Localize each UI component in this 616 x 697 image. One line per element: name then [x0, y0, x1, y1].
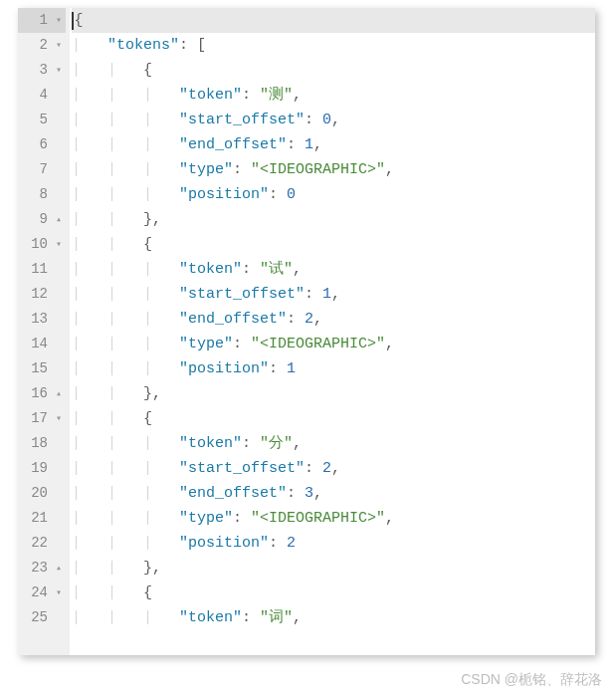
fold-toggle-icon[interactable]: ▾ [52, 33, 66, 58]
line-number: 3 [26, 58, 48, 83]
gutter-line[interactable]: 1▾ [18, 8, 66, 33]
code-line[interactable]: | | | "end_offset": 1, [72, 132, 595, 157]
json-key: "position" [179, 182, 269, 207]
indent-guide: | [72, 157, 107, 182]
json-punct: : [287, 481, 305, 506]
gutter-line[interactable]: 21 [18, 506, 66, 531]
fold-toggle-icon[interactable]: ▴ [52, 381, 66, 406]
json-punct: : [242, 83, 260, 108]
code-line[interactable]: | | | "end_offset": 2, [72, 307, 595, 332]
gutter-line[interactable]: 3▾ [18, 58, 66, 83]
gutter-line[interactable]: 7 [18, 157, 66, 182]
text-cursor [72, 12, 74, 30]
json-string: "<IDEOGRAPHIC>" [251, 157, 385, 182]
fold-toggle-icon[interactable]: ▾ [52, 406, 66, 431]
code-line[interactable]: | | | "end_offset": 3, [72, 481, 595, 506]
gutter-line[interactable]: 14 [18, 332, 66, 356]
line-number: 19 [26, 456, 48, 481]
code-line[interactable]: | | | "type": "<IDEOGRAPHIC>", [72, 506, 595, 531]
code-line[interactable]: | | | "token": "分", [72, 431, 595, 456]
json-number: 0 [287, 182, 296, 207]
json-key: "token" [179, 605, 242, 630]
json-punct: : [287, 307, 305, 332]
gutter-line[interactable]: 18 [18, 431, 66, 456]
code-line[interactable]: | | | "position": 1 [72, 356, 595, 381]
gutter-line[interactable]: 23▴ [18, 556, 66, 581]
gutter-line[interactable]: 15 [18, 356, 66, 381]
code-line[interactable]: | | | "type": "<IDEOGRAPHIC>", [72, 332, 595, 356]
gutter-line[interactable]: 25 [18, 605, 66, 630]
json-punct: , [331, 108, 340, 132]
gutter-line[interactable]: 11 [18, 257, 66, 282]
code-line[interactable]: | | | "type": "<IDEOGRAPHIC>", [72, 157, 595, 182]
indent-guide: | [72, 83, 107, 108]
code-line[interactable]: | | | "position": 2 [72, 531, 595, 556]
code-line[interactable]: | | }, [72, 556, 595, 581]
gutter-line[interactable]: 10▾ [18, 232, 66, 257]
json-number: 3 [305, 481, 313, 506]
code-line[interactable]: | | | "token": "词", [72, 605, 595, 630]
json-key: "end_offset" [179, 481, 287, 506]
code-line[interactable]: | "tokens": [ [72, 33, 595, 58]
line-number: 5 [26, 108, 48, 132]
json-key: "end_offset" [179, 307, 287, 332]
gutter-line[interactable]: 13 [18, 307, 66, 332]
json-string: "试" [260, 257, 293, 282]
gutter-line[interactable]: 16▴ [18, 381, 66, 406]
code-line[interactable]: { [72, 8, 595, 33]
code-line[interactable]: | | | "start_offset": 2, [72, 456, 595, 481]
code-line[interactable]: | | | "token": "测", [72, 83, 595, 108]
code-line[interactable]: | | { [72, 581, 595, 605]
gutter-line[interactable]: 22 [18, 531, 66, 556]
indent-guide: | [107, 481, 143, 506]
line-number: 21 [26, 506, 48, 531]
gutter-line[interactable]: 4 [18, 83, 66, 108]
gutter-line[interactable]: 6 [18, 132, 66, 157]
json-punct: , [293, 83, 302, 108]
indent-guide: | [143, 83, 179, 108]
code-editor[interactable]: 1▾2▾3▾456789▴10▾111213141516▴17▾18192021… [18, 8, 595, 655]
json-string: "测" [260, 83, 293, 108]
json-punct: { [143, 232, 152, 257]
line-number: 6 [26, 132, 48, 157]
code-line[interactable]: | | | "start_offset": 0, [72, 108, 595, 132]
code-area[interactable]: {| "tokens": [| | {| | | "token": "测",| … [70, 8, 595, 655]
gutter-line[interactable]: 9▴ [18, 207, 66, 232]
code-line[interactable]: | | { [72, 232, 595, 257]
line-number: 17 [26, 406, 48, 431]
gutter-line[interactable]: 19 [18, 456, 66, 481]
code-line[interactable]: | | }, [72, 381, 595, 406]
json-punct: : [233, 332, 251, 356]
fold-toggle-icon[interactable]: ▾ [52, 581, 66, 605]
gutter-line[interactable]: 2▾ [18, 33, 66, 58]
gutter-line[interactable]: 17▾ [18, 406, 66, 431]
line-gutter[interactable]: 1▾2▾3▾456789▴10▾111213141516▴17▾18192021… [18, 8, 70, 655]
gutter-line[interactable]: 12 [18, 282, 66, 307]
indent-guide: | [72, 108, 107, 132]
fold-toggle-icon[interactable]: ▾ [52, 232, 66, 257]
gutter-line[interactable]: 8 [18, 182, 66, 207]
fold-toggle-icon[interactable]: ▴ [52, 207, 66, 232]
indent-guide: | [143, 108, 179, 132]
indent-guide: | [107, 132, 143, 157]
gutter-line[interactable]: 5 [18, 108, 66, 132]
code-line[interactable]: | | { [72, 58, 595, 83]
json-punct: : [242, 605, 260, 630]
gutter-line[interactable]: 20 [18, 481, 66, 506]
gutter-line[interactable]: 24▾ [18, 581, 66, 605]
code-line[interactable]: | | | "position": 0 [72, 182, 595, 207]
indent-guide: | [72, 531, 107, 556]
code-line[interactable]: | | }, [72, 207, 595, 232]
fold-toggle-icon[interactable]: ▾ [52, 58, 66, 83]
code-line[interactable]: | | | "token": "试", [72, 257, 595, 282]
indent-guide: | [107, 332, 143, 356]
fold-toggle-icon[interactable]: ▴ [52, 556, 66, 581]
indent-guide: | [143, 456, 179, 481]
indent-guide: | [72, 232, 107, 257]
fold-toggle-icon[interactable]: ▾ [52, 8, 66, 33]
code-line[interactable]: | | { [72, 406, 595, 431]
code-line[interactable]: | | | "start_offset": 1, [72, 282, 595, 307]
indent-guide: | [72, 307, 107, 332]
json-key: "start_offset" [179, 456, 305, 481]
json-punct: , [313, 307, 322, 332]
